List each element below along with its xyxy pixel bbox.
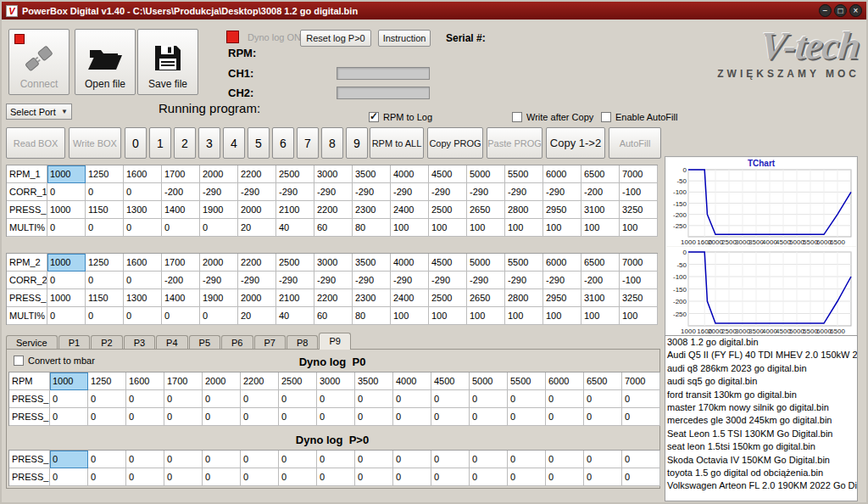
table-cell[interactable]: 80 <box>353 307 391 325</box>
table-cell[interactable]: -290 <box>314 183 353 201</box>
enable-autofill-checkbox[interactable]: Enable AutoFill <box>601 112 677 122</box>
table-cell[interactable]: 0 <box>546 468 584 486</box>
table-cell[interactable]: -100 <box>620 183 658 201</box>
save-file-button[interactable]: Save file <box>137 29 198 95</box>
table-cell[interactable]: 0 <box>470 408 508 426</box>
table-cell[interactable]: 80 <box>353 219 391 237</box>
table-cell[interactable]: 0 <box>126 390 164 408</box>
maximize-button[interactable]: □ <box>834 4 847 17</box>
table-cell[interactable]: 100 <box>543 307 581 325</box>
table-cell[interactable]: 5500 <box>508 372 546 390</box>
table-cell[interactable]: 40 <box>276 307 314 325</box>
table-cell[interactable]: 1250 <box>86 165 124 183</box>
digit-button-5[interactable]: 5 <box>248 127 270 159</box>
table-cell[interactable]: -290 <box>429 183 467 201</box>
table-cell[interactable]: 0 <box>241 451 279 468</box>
table-cell[interactable]: -290 <box>391 183 429 201</box>
tab-service[interactable]: Service <box>6 335 58 350</box>
table-cell[interactable]: 0 <box>203 468 241 486</box>
table-cell[interactable]: 1000 <box>47 201 86 219</box>
table-cell[interactable]: 100 <box>620 219 658 237</box>
table-cell[interactable]: 1700 <box>164 372 203 390</box>
table-cell[interactable]: 0 <box>622 451 660 468</box>
digit-button-9[interactable]: 9 <box>346 127 368 159</box>
table-cell[interactable]: 1900 <box>200 201 238 219</box>
table-cell[interactable]: 0 <box>124 219 162 237</box>
table-cell[interactable]: 5000 <box>470 372 508 390</box>
table-cell[interactable]: 0 <box>47 219 86 237</box>
table-cell[interactable]: -290 <box>467 183 505 201</box>
table-cell[interactable]: 0 <box>88 408 126 426</box>
table-cell[interactable]: 4000 <box>393 372 431 390</box>
table-cell[interactable]: 3500 <box>355 372 393 390</box>
table-cell[interactable]: 0 <box>200 219 238 237</box>
table-cell[interactable]: 0 <box>86 307 124 325</box>
table-cell[interactable]: 4000 <box>391 254 429 272</box>
table-cell[interactable]: 2500 <box>429 201 467 219</box>
autofill-button[interactable]: AutoFill <box>609 127 661 159</box>
table-cell[interactable]: 2200 <box>241 372 279 390</box>
table-cell[interactable]: 3500 <box>353 254 391 272</box>
table-cell[interactable]: 3000 <box>314 254 353 272</box>
table-cell[interactable]: -200 <box>581 272 620 289</box>
file-list-item[interactable]: master 170km nowy silnik go digital.bin <box>665 401 857 414</box>
table-cell[interactable]: 2800 <box>505 201 543 219</box>
table-cell[interactable]: 2500 <box>276 254 314 272</box>
table-cell[interactable]: 0 <box>164 468 203 486</box>
table-cell[interactable]: 0 <box>508 390 546 408</box>
table-cell[interactable]: 100 <box>620 307 658 325</box>
table-cell[interactable]: 0 <box>124 307 162 325</box>
table-cell[interactable]: 0 <box>47 183 86 201</box>
instruction-button[interactable]: Instruction <box>378 30 431 47</box>
table-cell[interactable]: 0 <box>431 390 470 408</box>
file-list-item[interactable]: mercedes gle 300d 245km go digital.bin <box>665 414 857 427</box>
table-cell[interactable]: 100 <box>467 307 505 325</box>
table-cell[interactable]: 0 <box>393 468 431 486</box>
table-cell[interactable]: 0 <box>584 408 622 426</box>
table-cell[interactable]: 0 <box>508 468 546 486</box>
table-cell[interactable]: 0 <box>200 307 238 325</box>
write-box-button[interactable]: Write BOX <box>69 127 121 159</box>
table-cell[interactable]: 1000 <box>47 254 86 272</box>
digit-button-2[interactable]: 2 <box>174 127 196 159</box>
tab-p9[interactable]: P9 <box>319 333 350 350</box>
table-cell[interactable]: 3250 <box>620 201 658 219</box>
select-port-dropdown[interactable]: Select Port ▼ <box>6 104 72 120</box>
table-cell[interactable]: 0 <box>124 272 162 289</box>
table-cell[interactable]: 0 <box>164 390 203 408</box>
table-cell[interactable]: -290 <box>505 272 543 289</box>
table-cell[interactable]: 2400 <box>391 289 429 307</box>
table-cell[interactable]: 0 <box>431 408 470 426</box>
tab-p1[interactable]: P1 <box>58 335 90 350</box>
table-cell[interactable]: 1900 <box>200 289 238 307</box>
table-cell[interactable]: -290 <box>276 183 314 201</box>
table-cell[interactable]: 2100 <box>276 201 314 219</box>
digit-button-8[interactable]: 8 <box>321 127 343 159</box>
table-cell[interactable]: 100 <box>391 219 429 237</box>
table-cell[interactable]: 0 <box>355 390 393 408</box>
table-cell[interactable]: -200 <box>581 183 620 201</box>
table-cell[interactable]: 4500 <box>431 372 470 390</box>
table-cell[interactable]: 1600 <box>126 372 164 390</box>
file-list-item[interactable]: toyota 1.5 go digital od obciążenia.bin <box>665 467 857 479</box>
table-cell[interactable]: 5500 <box>505 254 543 272</box>
table-cell[interactable]: 4000 <box>391 165 429 183</box>
table-cell[interactable]: 0 <box>162 307 200 325</box>
table-cell[interactable]: -290 <box>353 183 391 201</box>
table-cell[interactable]: 2300 <box>353 289 391 307</box>
table-cell[interactable]: 6000 <box>543 165 581 183</box>
table-cell[interactable]: 6500 <box>584 372 622 390</box>
table-cell[interactable]: 4500 <box>429 165 467 183</box>
rpm-to-log-checkbox[interactable]: RPM to Log <box>369 112 432 122</box>
table-cell[interactable]: 4500 <box>429 254 467 272</box>
table-cell[interactable]: 0 <box>279 468 317 486</box>
table-cell[interactable]: -290 <box>200 272 238 289</box>
table-cell[interactable]: 0 <box>279 451 317 468</box>
table-cell[interactable]: 100 <box>429 219 467 237</box>
digit-button-7[interactable]: 7 <box>297 127 319 159</box>
table-cell[interactable]: 2200 <box>314 289 353 307</box>
table-cell[interactable]: 0 <box>124 183 162 201</box>
table-cell[interactable]: 0 <box>241 390 279 408</box>
tab-p3[interactable]: P3 <box>124 335 155 350</box>
table-cell[interactable]: 0 <box>431 451 470 468</box>
